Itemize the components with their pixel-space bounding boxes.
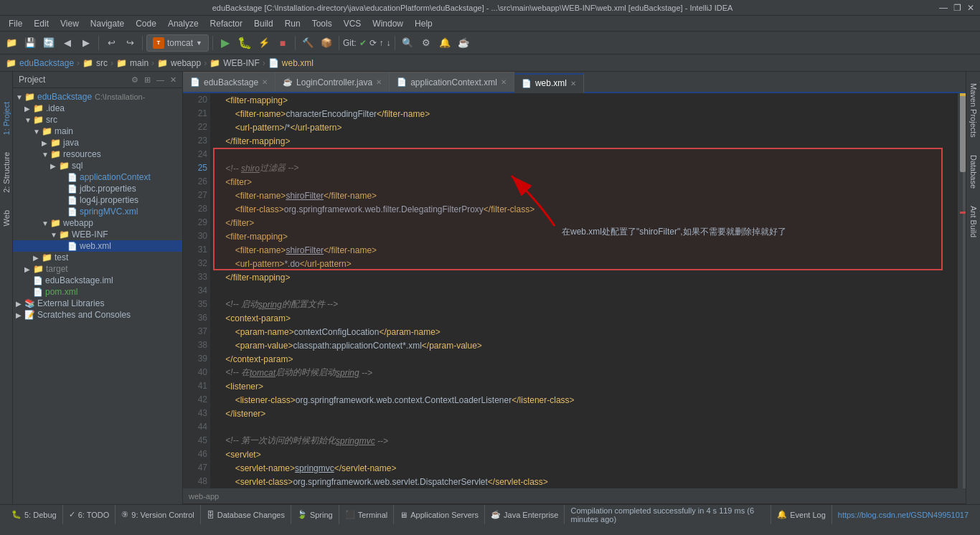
undo-button[interactable]: ↩: [103, 34, 120, 52]
sidebar-expand-icon[interactable]: ⊞: [144, 75, 151, 85]
git-check-icon[interactable]: ✔: [359, 38, 367, 48]
status-spring[interactable]: 🍃 Spring: [291, 505, 339, 524]
build-artifact-button[interactable]: 🔨: [299, 34, 316, 52]
open-button[interactable]: 📁: [3, 34, 20, 52]
tree-item-webapp[interactable]: ▼ 📁 webapp: [13, 217, 182, 229]
maximize-button[interactable]: ❐: [953, 3, 961, 13]
git-push-icon[interactable]: ↑: [380, 38, 384, 48]
left-tab-structure[interactable]: 2: Structure: [1, 143, 12, 202]
status-debug[interactable]: 🐛 5: Debug: [6, 505, 63, 524]
tree-item-appctx[interactable]: ▶ 📄 applicationContext: [13, 171, 182, 183]
menu-navigate[interactable]: Navigate: [85, 17, 130, 30]
tree-item-root[interactable]: ▼ 📁 eduBackstage C:\Installation-: [13, 91, 182, 103]
status-todo[interactable]: ✓ 6: TODO: [63, 505, 116, 524]
tree-item-webinf[interactable]: ▼ 📁 WEB-INF: [13, 229, 182, 240]
forward-button[interactable]: ▶: [77, 34, 95, 52]
menu-code[interactable]: Code: [130, 17, 162, 30]
tree-item-java[interactable]: ▶ 📁 java: [13, 137, 182, 148]
close-button[interactable]: ✕: [967, 3, 974, 13]
nav-webapp[interactable]: webapp: [171, 58, 201, 68]
nav-webinf[interactable]: WEB-INF: [223, 58, 260, 68]
status-vcs[interactable]: ⑨ 9: Version Control: [116, 505, 200, 524]
tree-item-idea[interactable]: ▶ 📁 .idea: [13, 103, 182, 114]
sidebar-collapse-icon[interactable]: —: [156, 75, 164, 84]
tree-item-main[interactable]: ▼ 📁 main: [13, 126, 182, 137]
menu-file[interactable]: File: [3, 17, 28, 30]
right-tab-ant[interactable]: Ant Build: [968, 200, 979, 243]
sdk-button[interactable]: 📦: [318, 34, 335, 52]
menu-edit[interactable]: Edit: [28, 17, 55, 30]
tab-edubackstage[interactable]: 📄 eduBackstage ✕: [183, 72, 275, 92]
save-button[interactable]: 💾: [22, 34, 39, 52]
menu-window[interactable]: Window: [367, 17, 409, 30]
tree-item-iml[interactable]: ▶ 📄 eduBackstage.iml: [13, 275, 182, 286]
menu-vcs[interactable]: VCS: [338, 17, 367, 30]
left-tab-web[interactable]: Web: [1, 202, 12, 235]
sidebar-gear-icon[interactable]: ⚙: [131, 75, 138, 85]
code-content[interactable]: <filter-mapping> <filter-name>characterE…: [210, 93, 957, 488]
search-everywhere-button[interactable]: 🔍: [399, 34, 416, 52]
tree-item-test[interactable]: ▶ 📁 test: [13, 252, 182, 263]
tomcat-dropdown-icon[interactable]: ▼: [196, 39, 202, 47]
tree-item-src[interactable]: ▼ 📁 src: [13, 114, 182, 126]
git-sync-icon[interactable]: ⟳: [369, 38, 377, 48]
tab-close-webxml[interactable]: ✕: [570, 80, 576, 87]
nav-webxml[interactable]: web.xml: [282, 58, 314, 68]
sidebar-close-icon[interactable]: ✕: [170, 75, 176, 85]
menu-build[interactable]: Build: [248, 17, 279, 30]
sql-icon: 📁: [59, 161, 70, 171]
code-line-35: <!-- 启动spring的配置文件 -->: [216, 298, 951, 311]
right-tab-database[interactable]: Database: [968, 149, 979, 194]
tree-item-jdbc[interactable]: ▶ 📄 jdbc.properties: [13, 183, 182, 194]
tree-item-extlib[interactable]: ▶ 📚 External Libraries: [13, 298, 182, 309]
tomcat-config-button[interactable]: T tomcat ▼: [146, 34, 209, 52]
sync-button[interactable]: 🔄: [40, 34, 57, 52]
tree-item-springmvc[interactable]: ▶ 📄 springMVC.xml: [13, 206, 182, 217]
redo-button[interactable]: ↪: [121, 34, 138, 52]
nav-src[interactable]: src: [96, 58, 108, 68]
main-content: 1: Project 2: Structure Web Project ⚙ ⊞ …: [0, 72, 980, 504]
extlib-icon: 📚: [24, 298, 35, 308]
tree-item-log4j[interactable]: ▶ 📄 log4j.properties: [13, 194, 182, 206]
tree-item-scratches[interactable]: ▶ 📝 Scratches and Consoles: [13, 309, 182, 321]
status-url[interactable]: https://blog.csdn.net/GSDN49951017: [831, 505, 974, 524]
status-appservers[interactable]: 🖥 Application Servers: [394, 505, 485, 524]
tab-logincontroller[interactable]: ☕ LoginController.java ✕: [275, 72, 390, 92]
settings-button[interactable]: ⚙: [418, 34, 435, 52]
status-eventlog[interactable]: 🔔 Event Log: [771, 505, 831, 524]
status-javaenterprise[interactable]: ☕ Java Enterprise: [485, 505, 565, 524]
scrollbar[interactable]: [957, 93, 966, 488]
coverage-button[interactable]: ⚡: [255, 34, 273, 52]
tree-item-resources[interactable]: ▼ 📁 resources: [13, 148, 182, 160]
menu-run[interactable]: Run: [279, 17, 306, 30]
stop-button[interactable]: ■: [274, 34, 291, 52]
left-tab-project[interactable]: 1: Project: [1, 93, 12, 143]
tab-close-edu[interactable]: ✕: [262, 78, 268, 86]
back-button[interactable]: ◀: [59, 34, 76, 52]
status-dbchanges[interactable]: 🗄 Database Changes: [201, 505, 291, 524]
minimize-button[interactable]: —: [939, 3, 948, 13]
tab-close-appctx[interactable]: ✕: [501, 78, 507, 86]
menu-help[interactable]: Help: [409, 17, 438, 30]
nav-main[interactable]: main: [130, 58, 149, 68]
tree-item-webxml[interactable]: ▶ 📄 web.xml: [13, 240, 182, 252]
tab-close-login[interactable]: ✕: [376, 78, 382, 86]
tree-item-target[interactable]: ▶ 📁 target: [13, 263, 182, 275]
notifications-button[interactable]: 🔔: [436, 34, 453, 52]
menu-analyze[interactable]: Analyze: [162, 17, 204, 30]
git-pull-icon[interactable]: ↓: [387, 38, 391, 48]
status-terminal[interactable]: ⬛ Terminal: [339, 505, 395, 524]
tab-webxml[interactable]: 📄 web.xml ✕: [514, 73, 584, 93]
menu-tools[interactable]: Tools: [306, 17, 338, 30]
tree-item-pom[interactable]: ▶ 📄 pom.xml: [13, 286, 182, 298]
run-button[interactable]: ▶: [217, 34, 234, 52]
right-tab-maven[interactable]: Maven Projects: [968, 77, 979, 143]
menu-refactor[interactable]: Refactor: [204, 17, 248, 30]
debug-button[interactable]: 🐛: [235, 34, 254, 52]
tab-appctx[interactable]: 📄 applicationContext.xml ✕: [390, 72, 514, 92]
tree-item-sql[interactable]: ▶ 📁 sql: [13, 160, 182, 171]
editor-scroll[interactable]: 20 21 22 23 24 25 26 27 28 29 30 31 32 3…: [183, 93, 957, 488]
menu-view[interactable]: View: [55, 17, 85, 30]
sdk-config-button[interactable]: ☕: [455, 34, 472, 52]
nav-project[interactable]: eduBackstage: [19, 58, 74, 68]
